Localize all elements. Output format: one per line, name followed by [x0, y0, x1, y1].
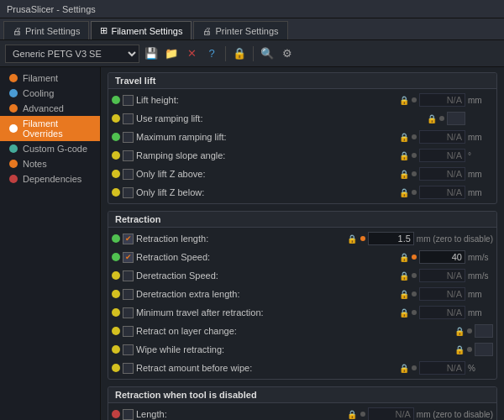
disabled-length-row: Length: 🔒 mm (zero to disable): [108, 405, 496, 420]
filament-sidebar-icon: [8, 73, 18, 83]
lift-height-input[interactable]: [419, 93, 465, 107]
sidebar-item-notes[interactable]: Notes: [0, 156, 100, 171]
retraction-length-row: ✔ Retraction length: 🔒 mm (zero to disab…: [108, 229, 496, 248]
max-ramping-dot: [112, 133, 120, 141]
sidebar: Filament Cooling Advanced Filament Overr…: [0, 67, 101, 420]
use-ramping-checkbox[interactable]: [123, 113, 134, 124]
deret-speed-input[interactable]: [419, 269, 465, 282]
dis-length-lock[interactable]: 🔒: [347, 409, 358, 420]
lock-icon[interactable]: 🔒: [231, 45, 248, 62]
lift-height-lock[interactable]: 🔒: [398, 95, 409, 106]
deret-extra-checkbox[interactable]: [123, 289, 134, 300]
travel-lift-body: Lift height: 🔒 mm Use ramping lift: 🔒: [108, 89, 496, 203]
use-ramping-row: Use ramping lift: 🔒: [108, 109, 496, 128]
cooling-sidebar-icon: [8, 88, 18, 98]
slope-angle-lock[interactable]: 🔒: [398, 150, 409, 161]
dis-length-checkbox[interactable]: [123, 409, 134, 420]
ret-length-lock[interactable]: 🔒: [347, 234, 358, 244]
use-ramping-toggle[interactable]: [447, 112, 465, 125]
retraction-disabled-title: Retraction when tool is disabled: [108, 387, 496, 403]
settings-icon[interactable]: ⚙: [279, 45, 296, 62]
max-ramping-unit: mm: [468, 133, 493, 142]
tab-filament[interactable]: ⊞ Filament Settings: [91, 21, 192, 39]
ret-wipe-input[interactable]: [419, 361, 465, 375]
wipe-lock[interactable]: 🔒: [454, 344, 465, 355]
max-ramping-checkbox[interactable]: [123, 132, 134, 143]
delete-icon[interactable]: ✕: [183, 45, 200, 62]
sidebar-item-filament[interactable]: Filament: [0, 71, 100, 86]
min-travel-input[interactable]: [419, 306, 465, 319]
dis-length-dot: [112, 410, 120, 418]
ret-speed-lock[interactable]: 🔒: [398, 252, 409, 263]
deret-speed-lock[interactable]: 🔒: [398, 270, 409, 281]
wipe-checkbox[interactable]: [123, 344, 134, 355]
deret-extra-dot-sm: [412, 291, 417, 297]
sidebar-item-cooling[interactable]: Cooling: [0, 86, 100, 101]
only-lift-above-lock[interactable]: 🔒: [398, 169, 409, 180]
min-travel-lock[interactable]: 🔒: [398, 307, 409, 318]
slope-angle-dot: [112, 151, 120, 160]
max-ramping-lock[interactable]: 🔒: [398, 132, 409, 143]
only-lift-above-label: Only lift Z above:: [136, 169, 398, 179]
preset-select[interactable]: Generic PETG V3 SE: [5, 45, 139, 63]
sidebar-item-dependencies[interactable]: Dependencies: [0, 171, 100, 186]
slope-angle-checkbox[interactable]: [123, 150, 134, 161]
min-travel-checkbox[interactable]: [123, 307, 134, 318]
sidebar-item-advanced[interactable]: Advanced: [0, 101, 100, 116]
retract-before-wipe-row: Retract amount before wipe: 🔒 %: [108, 359, 496, 377]
ret-speed-checkbox[interactable]: ✔: [123, 252, 134, 263]
filament-icon: ⊞: [100, 25, 108, 36]
lift-height-row: Lift height: 🔒 mm: [108, 91, 496, 109]
ret-length-input[interactable]: [368, 232, 414, 245]
retraction-title: Retraction: [108, 212, 496, 228]
lift-height-checkbox[interactable]: [123, 95, 134, 106]
gcode-sidebar-icon: [8, 144, 18, 154]
max-ramping-input[interactable]: [419, 130, 465, 144]
lift-height-label: Lift height:: [136, 95, 398, 105]
ret-layer-checkbox[interactable]: [123, 326, 134, 337]
ret-wipe-lock[interactable]: 🔒: [398, 363, 409, 374]
deret-extra-row: Deretraction extra length: 🔒 mm: [108, 285, 496, 303]
only-lift-below-checkbox[interactable]: [123, 187, 134, 198]
wipe-toggle[interactable]: [475, 343, 493, 356]
use-ramping-lock[interactable]: 🔒: [426, 113, 437, 124]
slope-angle-input[interactable]: [419, 149, 465, 162]
dis-length-input[interactable]: [368, 407, 414, 420]
ret-wipe-checkbox[interactable]: [123, 363, 134, 374]
deret-speed-checkbox[interactable]: [123, 270, 134, 281]
only-lift-below-row: Only lift Z below: 🔒 mm: [108, 183, 496, 202]
ret-speed-dot-sm: [412, 255, 417, 260]
sidebar-item-custom-gcode[interactable]: Custom G-code: [0, 141, 100, 156]
deret-speed-label: Deretraction Speed:: [136, 270, 398, 281]
only-lift-above-input[interactable]: [419, 167, 465, 181]
ret-layer-dot-sm: [467, 328, 472, 333]
wipe-label: Wipe while retracting:: [136, 344, 454, 354]
deret-speed-dot-sm: [412, 273, 417, 278]
sidebar-item-filament-overrides[interactable]: Filament Overrides: [0, 116, 100, 141]
ret-speed-input[interactable]: [419, 250, 465, 264]
ret-layer-toggle[interactable]: [475, 324, 493, 338]
tab-printer[interactable]: 🖨 Printer Settings: [193, 21, 287, 39]
lift-height-dot: [112, 96, 120, 104]
ret-speed-label: Retraction Speed:: [136, 252, 398, 262]
travel-lift-section: Travel lift Lift height: 🔒 mm Use rampin…: [108, 72, 497, 204]
help-icon[interactable]: ?: [203, 45, 220, 62]
main-layout: Filament Cooling Advanced Filament Overr…: [0, 67, 504, 420]
ret-layer-lock[interactable]: 🔒: [454, 326, 465, 337]
only-lift-below-input[interactable]: [419, 186, 465, 199]
tab-print[interactable]: 🖨 Print Settings: [3, 21, 89, 39]
ret-length-checkbox[interactable]: ✔: [123, 234, 134, 244]
wipe-dot-sm: [467, 347, 472, 352]
deret-speed-dot: [112, 271, 120, 280]
deret-extra-input[interactable]: [419, 287, 465, 301]
ret-speed-dot: [112, 253, 120, 261]
deret-extra-lock[interactable]: 🔒: [398, 289, 409, 300]
notes-sidebar-icon: [8, 159, 18, 169]
only-lift-above-checkbox[interactable]: [123, 169, 134, 180]
only-lift-below-lock[interactable]: 🔒: [398, 187, 409, 198]
folder-icon[interactable]: 📁: [163, 45, 180, 62]
retraction-disabled-body: Length: 🔒 mm (zero to disable) Extra len…: [108, 403, 496, 420]
only-lift-above-dot-sm: [412, 171, 417, 176]
search-icon[interactable]: 🔍: [259, 45, 276, 62]
save-icon[interactable]: 💾: [143, 45, 160, 62]
